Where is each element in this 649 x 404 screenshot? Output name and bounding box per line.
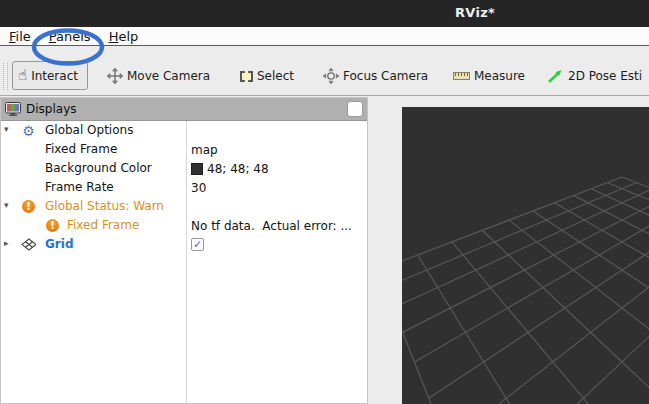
row-label: Fixed Frame <box>45 142 117 156</box>
name-cell[interactable]: Background Color <box>1 159 186 178</box>
ruler-icon <box>453 72 470 80</box>
tool-label: Select <box>257 69 294 83</box>
name-cell[interactable]: ▾!Global Status: Warn <box>1 197 186 216</box>
displays-monitor-icon <box>5 102 21 116</box>
tree-row-global-status-warn[interactable]: ▾!Global Status: Warn <box>1 197 367 216</box>
name-cell[interactable]: Frame Rate <box>1 178 186 197</box>
rviz-window: RViz* FilePanelsHelp ☝InteractMove Camer… <box>0 0 649 404</box>
focus-camera-icon <box>323 68 339 84</box>
tree-row-fixed-frame[interactable]: Fixed Framemap <box>1 140 367 159</box>
value-text: 30 <box>191 181 206 195</box>
panel-title: Displays <box>26 102 76 116</box>
row-label: Fixed Frame <box>67 218 139 232</box>
tree-row-background-color[interactable]: Background Color48; 48; 48 <box>1 159 367 178</box>
name-cell[interactable]: Fixed Frame <box>1 140 186 159</box>
name-cell[interactable]: ▾⚙Global Options <box>1 121 186 140</box>
row-label: Background Color <box>45 161 152 175</box>
value-cell[interactable]: ✓ <box>186 235 367 254</box>
tool-interact-button[interactable]: ☝Interact <box>12 61 88 90</box>
tool-select-button[interactable]: Select <box>240 67 294 85</box>
value-cell[interactable] <box>186 197 367 216</box>
name-cell[interactable]: ▸Grid <box>1 235 186 254</box>
title-bar[interactable]: RViz* <box>0 0 649 27</box>
menu-bar: FilePanelsHelp <box>0 27 649 46</box>
warning-icon: ! <box>21 199 36 214</box>
displays-tree: ▾⚙Global OptionsFixed FramemapBackground… <box>1 121 367 403</box>
ground-grid <box>402 107 649 404</box>
tool-label: Measure <box>474 69 525 83</box>
tree-row-global-options[interactable]: ▾⚙Global Options <box>1 121 367 140</box>
menu-item-file[interactable]: File <box>2 28 38 45</box>
expand-arrow-icon[interactable]: ▸ <box>4 238 9 248</box>
hand-icon: ☝ <box>18 68 27 83</box>
pose-estimate-arrow-icon <box>546 68 564 84</box>
collapse-arrow-icon[interactable]: ▾ <box>4 200 9 210</box>
row-label: Global Options <box>45 123 133 137</box>
tree-row-fixed-frame[interactable]: !Fixed FrameNo tf data. Actual error: ..… <box>1 216 367 235</box>
value-cell[interactable]: No tf data. Actual error: ... <box>186 216 367 235</box>
window-title: RViz* <box>455 5 495 20</box>
row-label: Frame Rate <box>45 180 114 194</box>
toolbar: ☝InteractMove CameraSelectFocus CameraMe… <box>0 46 649 96</box>
tool-2d-pose-esti-button[interactable]: 2D Pose Esti <box>546 67 642 85</box>
value-text: No tf data. Actual error: ... <box>191 219 352 233</box>
value-cell[interactable] <box>186 121 367 140</box>
tool-label: Focus Camera <box>343 69 428 83</box>
tool-label: Move Camera <box>127 69 210 83</box>
tool-focus-camera-button[interactable]: Focus Camera <box>323 67 428 85</box>
enabled-checkbox[interactable]: ✓ <box>191 238 204 251</box>
tree-row-frame-rate[interactable]: Frame Rate30 <box>1 178 367 197</box>
name-cell[interactable]: !Fixed Frame <box>1 216 186 235</box>
warning-icon: ! <box>45 218 60 233</box>
toolbar-drag-handle[interactable] <box>3 63 8 90</box>
tool-label: Interact <box>31 69 78 83</box>
tool-measure-button[interactable]: Measure <box>453 67 525 85</box>
panel-detach-button[interactable] <box>347 101 363 117</box>
value-cell[interactable]: map <box>186 140 367 159</box>
value-text: map <box>191 143 218 157</box>
value-text: 48; 48; 48 <box>207 162 269 176</box>
tool-label: 2D Pose Esti <box>568 69 642 83</box>
collapse-arrow-icon[interactable]: ▾ <box>4 124 9 134</box>
color-swatch <box>191 163 203 175</box>
3d-viewport[interactable] <box>402 107 649 404</box>
row-label: Grid <box>45 237 73 251</box>
displays-panel: Displays ▾⚙Global OptionsFixed FramemapB… <box>0 97 368 404</box>
value-cell[interactable]: 48; 48; 48 <box>186 159 367 178</box>
displays-panel-header[interactable]: Displays <box>1 98 367 121</box>
grid-icon <box>21 237 36 252</box>
move-camera-icon <box>107 68 123 84</box>
menu-item-panels[interactable]: Panels <box>42 28 98 45</box>
tree-row-grid[interactable]: ▸Grid✓ <box>1 235 367 254</box>
value-cell[interactable]: 30 <box>186 178 367 197</box>
row-label: Global Status: Warn <box>45 199 164 213</box>
tool-move-camera-button[interactable]: Move Camera <box>107 67 210 85</box>
menu-item-help[interactable]: Help <box>102 28 146 45</box>
gear-icon: ⚙ <box>21 123 36 138</box>
select-box-icon <box>240 71 253 82</box>
